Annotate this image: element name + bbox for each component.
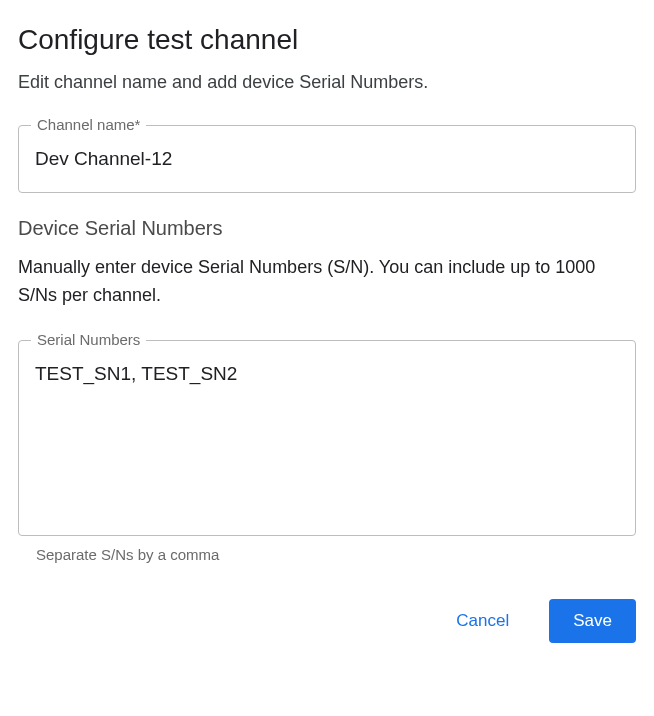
channel-name-label: Channel name* bbox=[31, 116, 146, 133]
cancel-button[interactable]: Cancel bbox=[432, 599, 533, 643]
serial-numbers-textarea[interactable]: TEST_SN1, TEST_SN2 bbox=[19, 341, 635, 531]
button-row: Cancel Save bbox=[18, 599, 636, 643]
serial-numbers-field-container: Serial Numbers TEST_SN1, TEST_SN2 bbox=[18, 340, 636, 536]
channel-name-field-container: Channel name* bbox=[18, 125, 636, 193]
dialog-subtitle: Edit channel name and add device Serial … bbox=[18, 72, 636, 93]
serial-numbers-label: Serial Numbers bbox=[31, 331, 146, 348]
serial-numbers-helper: Separate S/Ns by a comma bbox=[36, 546, 636, 563]
serial-section-description: Manually enter device Serial Numbers (S/… bbox=[18, 254, 636, 310]
dialog-title: Configure test channel bbox=[18, 24, 636, 56]
channel-name-input[interactable] bbox=[19, 126, 635, 192]
save-button[interactable]: Save bbox=[549, 599, 636, 643]
serial-section-heading: Device Serial Numbers bbox=[18, 217, 636, 240]
